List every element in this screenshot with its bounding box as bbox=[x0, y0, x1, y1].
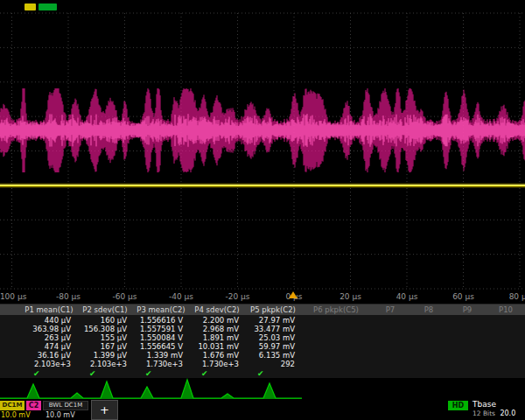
timebase-label: Tbase bbox=[472, 400, 525, 410]
timebase-descriptor-button[interactable]: Tbase 12 Bits 20.0 µs bbox=[472, 400, 525, 420]
c2-descriptor-button[interactable]: C2 bbox=[26, 401, 41, 410]
c2-coupling-readout[interactable]: BWL DC1M bbox=[43, 401, 88, 410]
oscilloscope-screen: -100 µs-80 µs-60 µs-40 µs-20 µs0 µs20 µs… bbox=[0, 0, 525, 420]
c1-scale-readout: 10.0 mV bbox=[1, 411, 31, 419]
crosshair-button[interactable]: + bbox=[91, 400, 118, 420]
trend-trace bbox=[0, 0, 525, 420]
c1-descriptor-button[interactable]: DC1M bbox=[0, 401, 24, 410]
trigger-position-icon[interactable] bbox=[289, 291, 298, 298]
hd-badge: HD bbox=[448, 401, 468, 410]
channel-descriptor-bar: DC1M 10.0 mV C2 BWL DC1M 10.0 mV + HD Tb… bbox=[0, 400, 525, 420]
c2-scale-readout: 10.0 mV bbox=[46, 411, 75, 419]
timebase-bits-readout: 12 Bits bbox=[472, 410, 495, 417]
